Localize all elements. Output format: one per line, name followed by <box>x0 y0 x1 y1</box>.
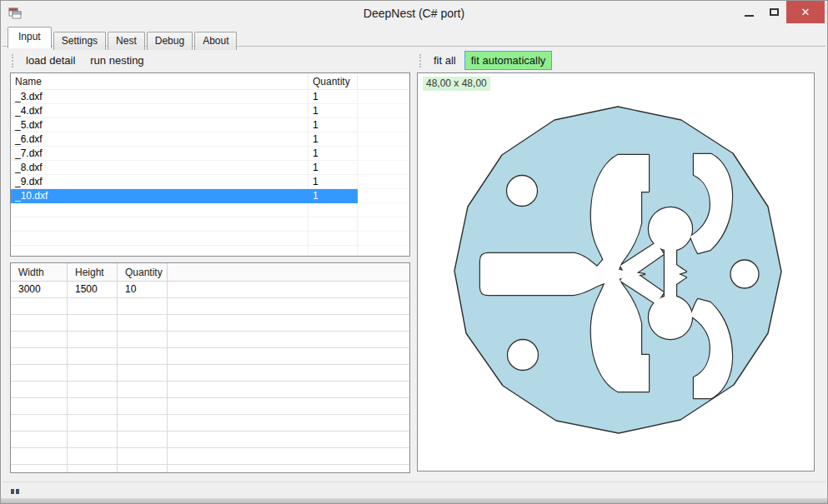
fit-all-button[interactable]: fit all <box>427 51 463 70</box>
close-icon: ✕ <box>801 6 810 18</box>
title-bar[interactable]: DeepNest (C# port) ✕ <box>1 1 827 26</box>
sheets-table-empty-row[interactable] <box>11 432 409 448</box>
window-bottom-edge <box>1 498 827 503</box>
parts-list-row[interactable]: _10.dxf1 <box>11 189 409 203</box>
parts-list-empty-row <box>11 217 409 232</box>
sheets-table-empty-row[interactable] <box>11 382 409 398</box>
sheets-table-empty-row[interactable] <box>11 465 409 473</box>
sheets-table-empty-row[interactable] <box>11 332 409 348</box>
column-header-name[interactable]: Name <box>11 73 309 89</box>
tab-about[interactable]: About <box>194 32 237 50</box>
parts-list-header: Name Quantity <box>11 73 409 90</box>
load-detail-button[interactable]: load detail <box>19 51 82 70</box>
toolbar-grip-icon <box>12 54 14 67</box>
parts-list-row[interactable]: _5.dxf1 <box>11 118 409 132</box>
part-preview-drawing <box>418 73 814 471</box>
tab-settings[interactable]: Settings <box>53 32 106 50</box>
column-header-width[interactable]: Width <box>11 263 68 281</box>
parts-list-row[interactable]: _7.dxf1 <box>11 147 409 161</box>
parts-list: Name Quantity _3.dxf1_4.dxf1_5.dxf1_6.dx… <box>10 72 410 257</box>
sheets-table-empty-row[interactable] <box>11 448 409 465</box>
close-button[interactable]: ✕ <box>786 1 825 23</box>
parts-list-empty-row <box>11 246 409 257</box>
part-size-label: 48,00 x 48,00 <box>423 77 490 91</box>
hole-right <box>730 260 759 288</box>
sheets-table-empty-row[interactable] <box>11 415 409 432</box>
toolbar-grip-icon <box>419 54 422 67</box>
sheets-table: Width Height Quantity 3000150010 <box>10 262 410 473</box>
parts-list-row[interactable]: _3.dxf1 <box>11 90 409 104</box>
column-header-quantity[interactable]: Quantity <box>309 73 358 89</box>
parts-list-row[interactable]: _8.dxf1 <box>11 161 409 175</box>
parts-toolbar: load detail run nesting <box>9 49 412 72</box>
tab-input[interactable]: Input <box>8 27 52 48</box>
column-header-height[interactable]: Height <box>68 263 118 281</box>
window-title: DeepNest (C# port) <box>1 1 827 26</box>
tab-strip: InputSettingsNestDebugAbout <box>8 27 820 47</box>
maximize-icon <box>770 8 779 16</box>
sheets-table-empty-row[interactable] <box>11 365 409 382</box>
run-nesting-button[interactable]: run nesting <box>83 51 150 70</box>
sheets-table-empty-row[interactable] <box>11 348 409 365</box>
app-icon <box>8 7 22 20</box>
sheets-table-empty-row[interactable] <box>11 315 409 332</box>
parts-list-empty-row <box>11 203 409 217</box>
sheets-table-empty-row[interactable] <box>11 398 409 415</box>
parts-list-row[interactable]: _6.dxf1 <box>11 132 409 147</box>
hole-top-left <box>507 176 538 207</box>
sheets-table-row[interactable]: 3000150010 <box>11 282 409 298</box>
maximize-button[interactable] <box>761 1 786 23</box>
parts-list-body: _3.dxf1_4.dxf1_5.dxf1_6.dxf1_7.dxf1_8.dx… <box>11 90 409 257</box>
minimize-button[interactable] <box>736 1 761 23</box>
preview-toolbar: fit all fit automatically <box>417 49 815 72</box>
sheets-table-body: 3000150010 <box>11 282 409 473</box>
column-header-quantity[interactable]: Quantity <box>118 263 168 281</box>
sheets-table-header: Width Height Quantity <box>11 263 409 282</box>
preview-canvas[interactable]: 48,00 x 48,00 <box>417 72 815 472</box>
parts-list-row[interactable]: _4.dxf1 <box>11 104 409 118</box>
fit-automatically-toggle[interactable]: fit automatically <box>464 51 553 70</box>
minimize-icon <box>745 15 754 17</box>
parts-list-empty-row <box>11 232 409 246</box>
app-window: DeepNest (C# port) ✕ InputSettingsNestDe… <box>0 0 828 504</box>
container-grip-icon <box>11 489 19 494</box>
sheets-table-empty-row[interactable] <box>11 298 409 315</box>
tab-debug[interactable]: Debug <box>147 32 193 50</box>
status-bar <box>3 482 825 500</box>
parts-list-row[interactable]: _9.dxf1 <box>11 175 409 189</box>
tab-nest[interactable]: Nest <box>108 32 145 50</box>
hole-bottom-left <box>508 340 539 371</box>
